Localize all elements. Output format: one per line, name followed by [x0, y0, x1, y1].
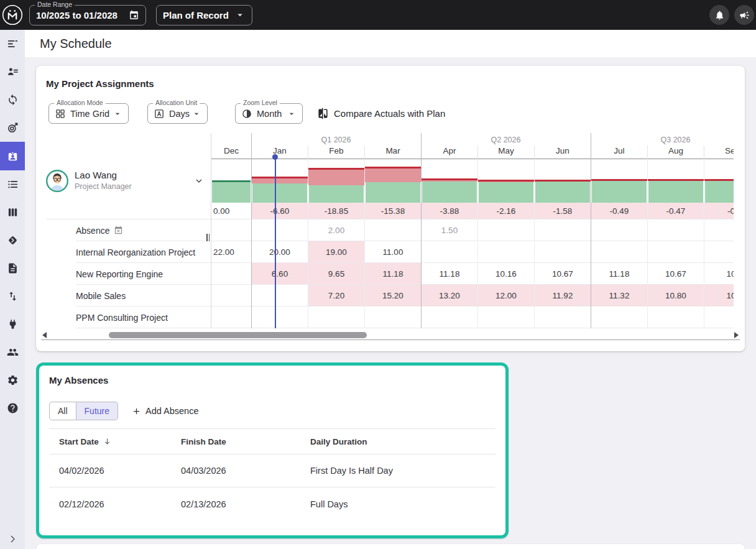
allocation-cell[interactable]: 11.18	[591, 263, 647, 284]
sidebar-item-help[interactable]	[0, 394, 25, 422]
app-logo-icon[interactable]	[2, 4, 23, 25]
allocation-cell[interactable]: 11.00	[364, 241, 421, 262]
allocation-cell[interactable]: 22.00	[211, 241, 251, 262]
assignment-name-row[interactable]: New Reporting Engine	[46, 263, 211, 285]
topbar: Date Range 10/2025 to 01/2028 Plan of Re…	[0, 0, 756, 30]
assignment-name-row[interactable]: Mobile Sales	[46, 285, 211, 307]
allocation-cell[interactable]	[211, 219, 251, 241]
allocation-cell[interactable]: 15.20	[364, 285, 421, 306]
scroll-right-arrow-icon[interactable]	[734, 332, 739, 338]
allocation-cell[interactable]	[647, 307, 704, 328]
allocation-cell[interactable]	[364, 307, 421, 328]
allocation-cell[interactable]: 10.16	[477, 263, 534, 284]
allocation-cell[interactable]	[477, 219, 534, 241]
sidebar-item-my-schedule[interactable]	[0, 142, 25, 170]
column-resize-handle[interactable]	[206, 234, 211, 241]
allocation-cell[interactable]: 12.00	[477, 285, 534, 306]
allocation-cell[interactable]: 11.92	[534, 285, 591, 306]
capacity-area	[705, 181, 734, 203]
allocation-unit-select[interactable]: Allocation Unit Days	[147, 103, 208, 124]
allocation-cell[interactable]	[251, 307, 308, 328]
date-range-field[interactable]: Date Range 10/2025 to 01/2028	[29, 5, 146, 25]
column-header-start-date[interactable]: Start Date	[49, 437, 181, 446]
allocation-cell[interactable]: 19.00	[308, 241, 364, 262]
allocation-cell[interactable]: 10.67	[534, 263, 591, 284]
sidebar-item-reports[interactable]	[0, 254, 25, 282]
sidebar-item-goals[interactable]	[0, 114, 25, 142]
allocation-cell[interactable]	[364, 219, 421, 241]
allocation-cell[interactable]: 11.18	[421, 263, 477, 284]
allocation-cell[interactable]	[211, 307, 251, 328]
allocation-cell[interactable]	[251, 285, 308, 306]
compare-actuals-toggle[interactable]: Compare Actuals with Plan	[317, 108, 445, 119]
allocation-cell[interactable]: 11.32	[591, 285, 647, 306]
sidebar-item-project-board[interactable]	[0, 198, 25, 226]
allocation-cell[interactable]	[704, 307, 734, 328]
allocation-cell[interactable]	[211, 263, 251, 284]
allocation-cell[interactable]	[704, 219, 734, 241]
allocation-cell[interactable]	[211, 285, 251, 306]
absence-row[interactable]: 04/02/202604/03/2026First Day Is Half Da…	[49, 454, 496, 487]
absence-daily-duration: First Day Is Half Day	[310, 466, 496, 476]
sidebar-item-team-planner[interactable]	[0, 58, 25, 86]
allocation-cell[interactable]: 10.	[704, 285, 734, 306]
allocation-cell[interactable]: 10.67	[647, 263, 704, 284]
scroll-left-arrow-icon[interactable]	[42, 332, 47, 338]
column-header-finish-date[interactable]: Finish Date	[181, 437, 310, 446]
chart-cell	[591, 159, 647, 203]
allocation-cell[interactable]	[308, 307, 364, 328]
resource-row-header[interactable]: Lao Wang Project Manager	[46, 159, 211, 219]
allocation-cell[interactable]	[591, 241, 647, 262]
absence-row[interactable]: 02/12/202602/13/2026Full Days	[49, 487, 496, 520]
allocation-cell[interactable]: 7.20	[308, 285, 364, 306]
allocation-cell[interactable]: 9.65	[308, 263, 364, 284]
assignment-name-row[interactable]: Internal Reorganization Project	[46, 241, 211, 263]
sidebar-item-scenario-sync[interactable]	[0, 86, 25, 114]
availability-cell: -2.16	[477, 203, 534, 219]
allocation-cell[interactable]	[477, 241, 534, 262]
sidebar-item-portfolio-designer[interactable]	[0, 30, 25, 58]
scrollbar-thumb[interactable]	[109, 332, 367, 338]
add-absence-button[interactable]: Add Absence	[132, 406, 198, 416]
filter-all-button[interactable]: All	[49, 402, 76, 420]
column-header-daily-duration[interactable]: Daily Duration	[310, 437, 496, 446]
sidebar-expand-button[interactable]	[0, 534, 25, 544]
sidebar-item-roadmap[interactable]	[0, 226, 25, 254]
announcements-button[interactable]	[734, 5, 754, 25]
allocation-mode-select[interactable]: Allocation Mode Time Grid	[48, 103, 129, 124]
horizontal-scrollbar[interactable]	[41, 330, 740, 340]
allocation-cell[interactable]	[477, 307, 534, 328]
allocation-cell[interactable]	[251, 219, 308, 241]
sidebar-item-integrations[interactable]	[0, 310, 25, 338]
notifications-button[interactable]	[709, 5, 729, 25]
allocation-cell[interactable]	[534, 219, 591, 241]
allocation-cell[interactable]	[534, 241, 591, 262]
allocation-cell[interactable]	[534, 307, 591, 328]
allocation-cell[interactable]: 20.00	[251, 241, 308, 262]
allocation-cell[interactable]	[591, 219, 647, 241]
assignment-name-row[interactable]: Absence	[46, 219, 211, 241]
allocation-cell[interactable]	[647, 219, 704, 241]
allocation-cell[interactable]: 10.80	[647, 285, 704, 306]
allocation-cell[interactable]: 13.20	[421, 285, 477, 306]
filter-future-button[interactable]: Future	[76, 402, 118, 420]
zoom-level-select[interactable]: Zoom Level Month	[235, 103, 303, 124]
allocation-cell[interactable]	[421, 307, 477, 328]
sidebar-item-import-export[interactable]	[0, 282, 25, 310]
sidebar-item-users[interactable]	[0, 338, 25, 366]
sidebar-item-settings[interactable]	[0, 366, 25, 394]
plan-selector[interactable]: Plan of Record	[156, 5, 252, 25]
allocation-cell[interactable]: 2.00	[308, 219, 364, 241]
allocation-cell[interactable]	[647, 241, 704, 262]
overallocation-area	[591, 179, 647, 181]
allocation-cell[interactable]: 11.18	[364, 263, 421, 284]
allocation-cell[interactable]	[704, 241, 734, 262]
allocation-cell[interactable]	[421, 241, 477, 262]
chevron-down-icon[interactable]	[194, 176, 204, 186]
assignment-name-row[interactable]: PPM Consulting Project	[46, 307, 211, 328]
allocation-cell[interactable]: 6.60	[251, 263, 308, 284]
sidebar-item-project-list[interactable]	[0, 170, 25, 198]
allocation-cell[interactable]	[591, 307, 647, 328]
allocation-cell[interactable]: 10.	[704, 263, 734, 284]
allocation-cell[interactable]: 1.50	[421, 219, 477, 241]
